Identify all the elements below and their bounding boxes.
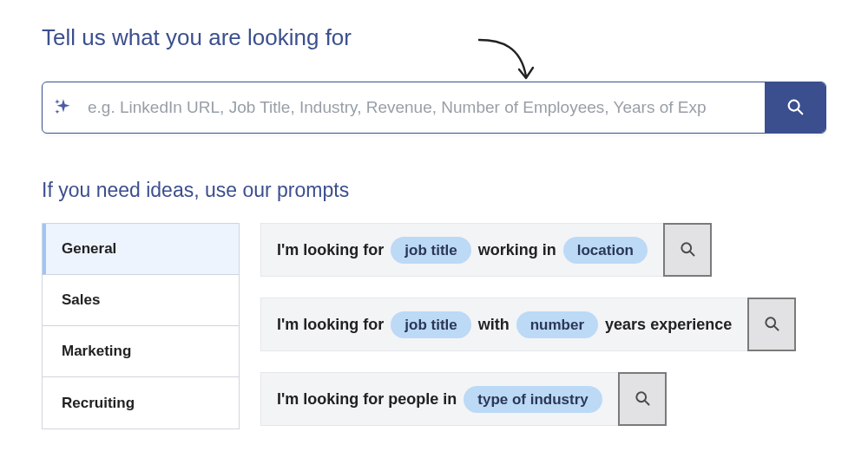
prompt-text-segment: with [478, 316, 510, 334]
svg-line-3 [690, 251, 694, 255]
sparkle-icon [43, 82, 84, 133]
prompt-text-segment: I'm looking for [277, 316, 384, 334]
prompt-text-segment: working in [478, 241, 556, 259]
search-icon [634, 389, 651, 409]
search-icon [763, 315, 780, 335]
tab-label: General [62, 240, 116, 258]
ideas-headline: If you need ideas, use our prompts [42, 179, 826, 202]
tab-label: Marketing [62, 343, 131, 360]
prompt-row: I'm looking forjob titleworking inlocati… [260, 223, 712, 277]
prompt-text-segment: years experience [605, 316, 732, 334]
prompt-text-segment: I'm looking for [277, 241, 384, 259]
tab-sales[interactable]: Sales [43, 275, 239, 326]
prompt-chip[interactable]: location [563, 237, 648, 264]
prompt-search-button[interactable] [747, 298, 796, 351]
svg-line-5 [774, 325, 779, 330]
page-headline: Tell us what you are looking for [42, 24, 352, 51]
prompt-chip[interactable]: number [516, 311, 598, 338]
search-input[interactable] [84, 82, 765, 133]
prompt-row: I'm looking forjob titlewithnumberyears … [260, 298, 796, 351]
search-bar [42, 82, 826, 134]
tab-recruiting[interactable]: Recruiting [43, 377, 239, 428]
svg-line-7 [645, 400, 649, 404]
prompt-category-tabs: GeneralSalesMarketingRecruiting [42, 223, 240, 429]
prompt-search-button[interactable] [618, 372, 667, 426]
prompt-list: I'm looking forjob titleworking inlocati… [260, 223, 826, 426]
search-icon [679, 240, 696, 260]
prompt-chip[interactable]: type of industry [464, 386, 602, 413]
prompt-chip[interactable]: job title [391, 237, 470, 264]
tab-marketing[interactable]: Marketing [43, 326, 239, 377]
prompt-row: I'm looking for people intype of industr… [260, 372, 667, 426]
prompt-text[interactable]: I'm looking for people intype of industr… [260, 372, 618, 426]
prompt-text[interactable]: I'm looking forjob titlewithnumberyears … [260, 298, 747, 351]
prompt-chip[interactable]: job title [391, 311, 470, 338]
search-icon [786, 97, 805, 119]
tab-label: Recruiting [62, 395, 135, 412]
prompt-search-button[interactable] [663, 223, 712, 277]
prompt-text-segment: I'm looking for people in [277, 390, 457, 409]
search-button[interactable] [765, 82, 825, 133]
svg-line-1 [798, 109, 802, 114]
tab-label: Sales [62, 291, 100, 309]
prompt-text[interactable]: I'm looking forjob titleworking inlocati… [260, 223, 663, 277]
tab-general[interactable]: General [43, 224, 239, 275]
